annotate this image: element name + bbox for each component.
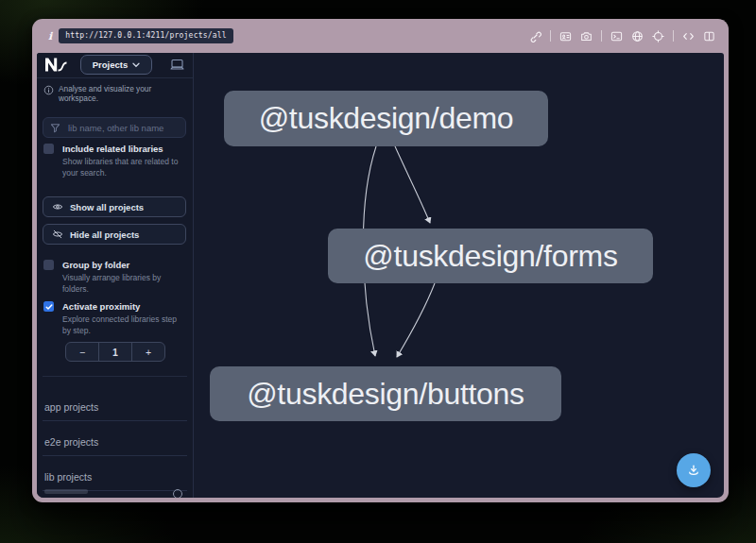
include-related-description: Show libraries that are related to your …: [62, 157, 187, 179]
search-box[interactable]: [43, 117, 186, 138]
eye-off-icon: [52, 229, 63, 240]
chevron-down-icon: [132, 62, 140, 68]
stepper-value: 1: [98, 343, 132, 361]
group-by-folder-label: Group by folder: [62, 260, 129, 270]
graph-node-forms[interactable]: @tuskdesign/forms: [328, 229, 653, 283]
globe-icon[interactable]: [631, 30, 644, 42]
include-related-setting: Include related libraries Show libraries…: [43, 144, 187, 179]
tagline-text: Analyse and visualize your workspace.: [59, 84, 187, 103]
terminal-icon[interactable]: [610, 30, 623, 42]
partial-row: [44, 489, 88, 494]
include-related-label: Include related libraries: [62, 144, 163, 154]
activate-proximity-label: Activate proximity: [62, 301, 140, 312]
sidebar-header: Projects: [37, 53, 193, 78]
check-icon: [45, 303, 53, 311]
layout-columns-icon[interactable]: [703, 30, 715, 42]
workspace-tagline: Analyse and visualize your workspace.: [43, 84, 187, 103]
camera-icon[interactable]: [580, 30, 593, 42]
crosshair-icon[interactable]: [652, 30, 664, 42]
browser-window: i http://127.0.0.1:4211/projects/all: [32, 19, 729, 502]
monitor-icon[interactable]: [170, 58, 184, 75]
activate-proximity-description: Explore connected libraries step by step…: [62, 314, 187, 337]
browser-bar: i http://127.0.0.1:4211/projects/all: [32, 19, 729, 53]
graph-canvas[interactable]: @tuskdesign/demo @tuskdesign/forms @tusk…: [195, 53, 724, 498]
show-all-projects-label: Show all projects: [70, 202, 144, 212]
toolbar-separator: [673, 30, 674, 42]
graph-node-buttons[interactable]: @tuskdesign/buttons: [210, 366, 561, 421]
activate-proximity-setting: Activate proximity Explore connected lib…: [43, 301, 187, 337]
partial-row-focus-icon: [173, 489, 182, 498]
graph-node-demo-label: @tuskdesign/demo: [259, 101, 514, 136]
projects-dropdown-label: Projects: [93, 59, 129, 70]
sidebar-group-app-projects[interactable]: app projects: [43, 388, 187, 421]
group-by-folder-setting: Group by folder Visually arrange librari…: [43, 260, 187, 296]
graph-node-demo[interactable]: @tuskdesign/demo: [224, 91, 548, 146]
sidebar-group-e2e-projects[interactable]: e2e projects: [43, 421, 187, 456]
proximity-stepper: − 1 +: [65, 342, 165, 362]
sidebar: Projects Analyse and visualize your work…: [37, 53, 194, 498]
sidebar-group-lib-projects[interactable]: lib projects: [43, 456, 187, 491]
graph-node-forms-label: @tuskdesign/forms: [363, 239, 617, 274]
eye-icon: [52, 201, 63, 212]
show-all-projects-button[interactable]: Show all projects: [43, 196, 186, 217]
filter-icon: [50, 123, 60, 133]
include-related-checkbox[interactable]: [43, 144, 54, 154]
group-by-folder-checkbox[interactable]: [43, 260, 54, 270]
activate-proximity-checkbox[interactable]: [43, 301, 54, 312]
stepper-increment-button[interactable]: +: [132, 343, 164, 361]
search-input[interactable]: [66, 122, 179, 134]
hide-all-projects-button[interactable]: Hide all projects: [43, 224, 186, 245]
project-group-list: app projects e2e projects lib projects: [43, 376, 187, 491]
info-circle-icon: [43, 85, 54, 95]
stepper-decrement-button[interactable]: −: [66, 343, 98, 361]
projects-dropdown[interactable]: Projects: [80, 55, 152, 75]
info-icon: i: [48, 30, 52, 42]
app-content: Projects Analyse and visualize your work…: [37, 53, 724, 498]
address-url[interactable]: http://127.0.0.1:4211/projects/all: [59, 28, 233, 43]
download-graph-button[interactable]: [677, 453, 711, 487]
link-icon[interactable]: [529, 30, 541, 42]
nx-logo[interactable]: [43, 56, 69, 77]
toolbar-separator: [550, 30, 551, 42]
group-by-folder-description: Visually arrange libraries by folders.: [62, 273, 187, 296]
download-icon: [686, 463, 701, 478]
id-card-icon[interactable]: [559, 30, 572, 42]
graph-node-buttons-label: @tuskdesign/buttons: [247, 377, 524, 412]
edge-demo-forms: [395, 146, 430, 223]
edge-forms-buttons: [397, 283, 435, 357]
hide-all-projects-label: Hide all projects: [70, 229, 139, 240]
code-icon[interactable]: [682, 30, 695, 42]
toolbar-separator: [601, 30, 602, 42]
